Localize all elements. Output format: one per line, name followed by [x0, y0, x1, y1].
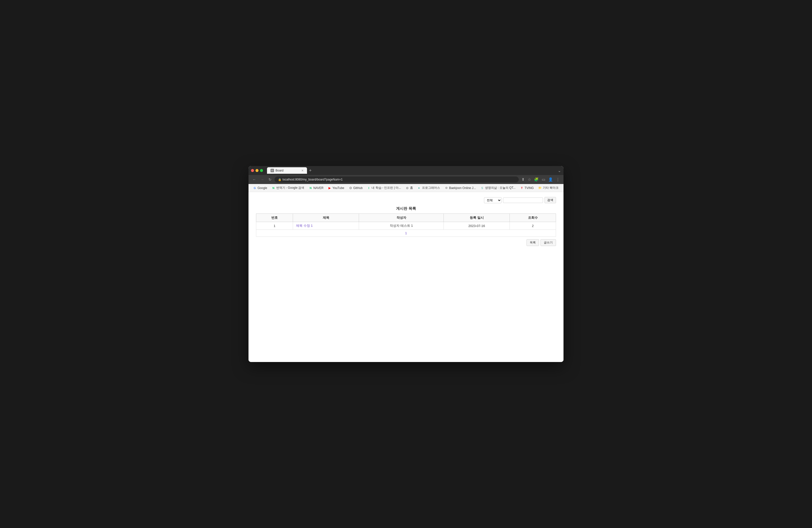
title-bar: ⊙ Board × + ⌄ [248, 166, 564, 175]
tab-favicon: ⊙ [271, 169, 274, 172]
maximize-button[interactable] [260, 169, 263, 172]
google-icon: G [253, 186, 257, 190]
window-controls: ⌄ [558, 168, 561, 173]
col-header-title: 제목 [293, 214, 359, 222]
bookmark-google-label: Google [258, 186, 267, 190]
search-button[interactable]: 검색 [545, 197, 556, 203]
cell-author: 작성자 테스트 1 [359, 222, 444, 230]
github-icon: ⊙ [349, 186, 352, 190]
list-button[interactable]: 목록 [526, 239, 539, 246]
share-button[interactable]: ⬆ [520, 176, 526, 183]
search-input[interactable] [503, 197, 543, 203]
bookmark-naver-label: NAVER [313, 186, 323, 190]
url-text: localhost:8080/my_board/board?pageNum=1 [282, 178, 343, 181]
baekjoon-icon: ⊙ [445, 186, 448, 190]
cell-views: 2 [510, 222, 556, 230]
table-row: 1 제목 수정 1 작성자 테스트 1 2023-07-16 2 [256, 222, 556, 230]
bookmark-google[interactable]: G Google [251, 186, 269, 191]
pagination-row: 1 [256, 230, 556, 237]
bookmark-papago-label: 번역기 - Google 검색 [276, 186, 304, 190]
search-area: 전체 제목 작성자 검색 [256, 197, 556, 203]
traffic-lights [251, 169, 263, 172]
search-category-select[interactable]: 전체 제목 작성자 [484, 197, 502, 203]
bookmark-baekjoon[interactable]: ⊙ Baekjoon Online J... [443, 186, 478, 191]
extensions-button[interactable]: 🧩 [533, 176, 540, 183]
col-header-author: 작성자 [359, 214, 444, 222]
naver-icon: N [309, 186, 312, 190]
bookmark-baekjoon-label: Baekjoon Online J... [449, 186, 476, 190]
page-number-link[interactable]: 1 [405, 231, 407, 235]
pagination-cell: 1 [256, 230, 556, 237]
home-icon: ⊙ [406, 186, 409, 190]
cell-date: 2023-07-16 [444, 222, 510, 230]
bookmark-programmers-label: 프로그래머스 [422, 186, 440, 190]
lock-icon: 🔒 [278, 178, 281, 181]
saengmyong-icon: S [480, 186, 484, 190]
new-tab-button[interactable]: + [307, 167, 314, 174]
folder-icon: 📁 [538, 186, 542, 190]
forward-button[interactable]: → [259, 176, 265, 182]
bookmark-inflearn-label: 내 학습 - 인프런 | 마... [372, 186, 401, 190]
cell-id: 1 [256, 222, 293, 230]
bookmark-papago[interactable]: N 번역기 - Google 검색 [270, 185, 306, 191]
col-header-views: 조회수 [510, 214, 556, 222]
close-button[interactable] [251, 169, 254, 172]
bookmark-programmers[interactable]: ▸ 프로그래머스 [416, 185, 442, 191]
bookmark-home-label: 홈 [410, 186, 413, 190]
bookmark-star-button[interactable]: ☆ [526, 176, 532, 183]
board-table: 번호 제목 작성자 등록 일시 조회수 1 제목 수정 1 작성자 테스트 1 … [256, 214, 556, 237]
address-bar: ← → ↻ 🔒 localhost:8080/my_board/board?pa… [248, 175, 564, 184]
tving-icon: T [520, 186, 523, 190]
bookmark-github[interactable]: ⊙ GitHub [347, 186, 364, 191]
bookmark-inflearn[interactable]: I 내 학습 - 인프런 | 마... [365, 185, 403, 191]
address-actions: ⬆ ☆ 🧩 ▭ 👤 ⋮ [520, 176, 561, 183]
tab-title: Board [276, 169, 284, 172]
address-field[interactable]: 🔒 localhost:8080/my_board/board?pageNum=… [275, 176, 519, 182]
bookmark-other-label: 기타 북마크 [543, 186, 559, 190]
menu-button[interactable]: ⋮ [555, 176, 561, 183]
user-button[interactable]: 👤 [547, 176, 554, 183]
bookmark-youtube[interactable]: ▶ YouTube [326, 186, 346, 191]
col-header-id: 번호 [256, 214, 293, 222]
bookmark-github-label: GitHub [353, 186, 362, 190]
bookmark-saengmyong-label: 생명의삶 : 오늘의 QT... [485, 186, 516, 190]
write-button[interactable]: 글쓰기 [540, 239, 556, 246]
back-button[interactable]: ← [251, 176, 258, 182]
bookmark-saengmyong[interactable]: S 생명의삶 : 오늘의 QT... [478, 185, 518, 191]
bookmark-other-folder[interactable]: 📁 기타 북마크 [536, 185, 561, 191]
cell-title: 제목 수정 1 [293, 222, 359, 230]
bottom-buttons: 목록 글쓰기 [256, 239, 556, 246]
papago-icon: N [272, 186, 275, 190]
minimize-button[interactable] [256, 169, 259, 172]
tab-bar: ⊙ Board × + [267, 167, 556, 174]
reload-button[interactable]: ↻ [267, 176, 273, 182]
col-header-date: 등록 일시 [444, 214, 510, 222]
youtube-icon: ▶ [328, 186, 332, 190]
post-title-link[interactable]: 제목 수정 1 [296, 224, 313, 228]
programmers-icon: ▸ [418, 186, 421, 190]
bookmarks-bar: G Google N 번역기 - Google 검색 N NAVER ▶ You… [248, 184, 564, 192]
bookmark-home[interactable]: ⊙ 홈 [404, 185, 415, 191]
tab-close-button[interactable]: × [302, 169, 304, 172]
bookmark-naver[interactable]: N NAVER [307, 186, 325, 191]
board-title: 게시판 목록 [256, 206, 556, 211]
sidebar-button[interactable]: ▭ [540, 176, 547, 183]
bookmark-youtube-label: YouTube [333, 186, 344, 190]
active-tab[interactable]: ⊙ Board × [267, 167, 307, 174]
table-header-row: 번호 제목 작성자 등록 일시 조회수 [256, 214, 556, 222]
browser-window: ⊙ Board × + ⌄ ← → ↻ 🔒 localhost:8080/my_… [248, 166, 564, 362]
page-content: 전체 제목 작성자 검색 게시판 목록 번호 제목 작성자 등록 일시 조회수 [248, 192, 564, 362]
bookmark-tving-label: TVING [524, 186, 534, 190]
bookmark-tving[interactable]: T TVING [518, 186, 536, 191]
inflearn-icon: I [367, 186, 371, 190]
